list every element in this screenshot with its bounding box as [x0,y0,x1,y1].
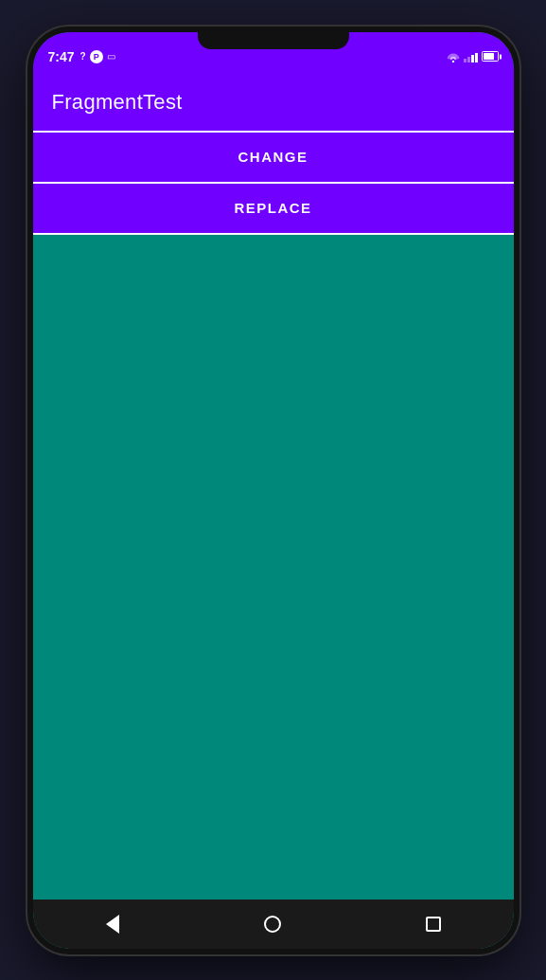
fragment-content [33,235,514,900]
battery-icon [482,51,499,62]
app-title: FragmentTest [52,90,183,115]
cell-signal-icon [464,51,478,62]
app-bar: FragmentTest [33,74,514,131]
wifi-signal-icon [447,51,460,62]
p-circle-icon: P [90,50,103,63]
status-bar-left: 7:47 ? P ▭ [48,49,115,64]
phone-frame: 7:47 ? P ▭ [27,27,520,954]
recents-square-icon [426,917,441,932]
recents-button[interactable] [414,905,452,943]
home-button[interactable] [254,905,291,943]
status-bar-right [447,51,499,62]
change-button[interactable]: CHANGE [33,133,514,182]
buttons-area: CHANGE REPLACE [33,131,514,235]
home-circle-icon [264,916,281,933]
back-button[interactable] [94,905,132,943]
phone-screen: 7:47 ? P ▭ [33,32,514,949]
status-time: 7:47 [48,49,75,64]
back-chevron-icon [106,915,119,934]
replace-button[interactable]: REPLACE [33,184,514,233]
status-icons-left: ? P ▭ [80,50,115,63]
bottom-nav [33,900,514,949]
phone-notch [198,32,349,49]
svg-point-0 [451,60,453,62]
wifi-question-icon: ? [80,51,86,62]
sim-icon: ▭ [107,51,115,62]
